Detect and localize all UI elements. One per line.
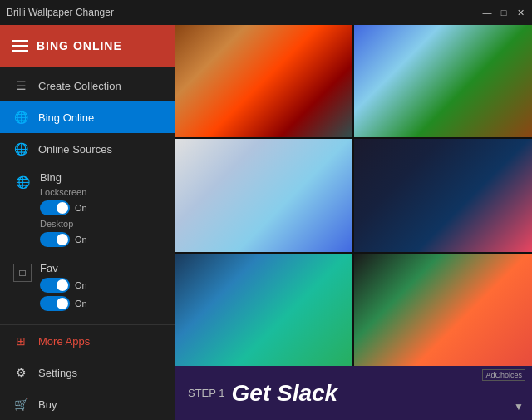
lockscreen-toggle-row: Lockscreen — [40, 187, 161, 197]
image-6 — [354, 254, 532, 366]
sidebar-item-label: Bing Online — [38, 111, 94, 124]
footer-label: More Apps — [38, 335, 90, 348]
fav-toggle-1[interactable] — [40, 278, 70, 293]
chevron-down-icon: ▼ — [512, 400, 525, 413]
globe-icon-online: 🌐 — [13, 141, 28, 156]
ad-step-label: STEP 1 — [188, 387, 225, 399]
footer-item-settings[interactable]: ⚙ Settings — [0, 357, 175, 388]
fav-toggle-knob-2 — [57, 298, 68, 309]
desktop-toggle-control: On — [40, 232, 161, 247]
ad-bar: AdChoices STEP 1 Get Slack ▼ — [175, 366, 532, 420]
ad-choices-label[interactable]: AdChoices — [482, 369, 525, 381]
hamburger-line-2 — [12, 45, 28, 47]
settings-icon: ⚙ — [13, 365, 28, 380]
image-cell-2[interactable] — [354, 25, 532, 137]
image-2 — [354, 25, 532, 137]
sidebar-header-title: BING ONLINE — [37, 39, 122, 52]
sidebar-item-label: Create Collection — [38, 80, 121, 92]
image-cell-3[interactable] — [175, 139, 352, 251]
sidebar-footer: ⊞ More Apps ⚙ Settings 🛒 Buy — [0, 324, 175, 420]
fav-toggle-knob-1 — [57, 279, 68, 291]
close-button[interactable]: ✕ — [515, 7, 525, 17]
image-cell-4[interactable] — [354, 139, 532, 251]
fav-item: □ Fav On On — [7, 257, 168, 319]
hamburger-icon[interactable] — [12, 40, 28, 52]
image-grid — [175, 25, 532, 366]
sidebar-sources: 🌐 Bing Lockscreen On Desktop — [0, 165, 175, 319]
globe-icon-bing: 🌐 — [13, 110, 28, 125]
fav-content: Fav On On — [40, 262, 161, 314]
fav-name: Fav — [40, 262, 161, 274]
image-4 — [354, 139, 532, 251]
lockscreen-label: Lockscreen — [40, 187, 90, 197]
grid-icon: ⊞ — [13, 334, 28, 348]
fav-toggle-2[interactable] — [40, 296, 70, 311]
footer-item-more-apps[interactable]: ⊞ More Apps — [0, 325, 175, 357]
fav-toggle-row-2: On — [40, 296, 161, 311]
desktop-toggle[interactable] — [40, 232, 70, 247]
sidebar-item-online-sources[interactable]: 🌐 Online Sources — [0, 133, 175, 165]
sidebar-header: BING ONLINE — [0, 25, 175, 67]
toggle-knob-2 — [57, 234, 68, 245]
sidebar-nav: ☰ Create Collection 🌐 Bing Online 🌐 Onli… — [0, 67, 175, 165]
desktop-label-row: Desktop — [40, 219, 161, 229]
lockscreen-toggle[interactable] — [40, 200, 70, 215]
footer-label: Settings — [38, 367, 77, 379]
hamburger-line-1 — [12, 40, 28, 42]
image-cell-6[interactable] — [354, 254, 532, 366]
toggle-knob — [57, 202, 68, 214]
sidebar-item-label: Online Sources — [38, 143, 112, 156]
maximize-button[interactable]: □ — [499, 7, 509, 17]
buy-icon: 🛒 — [13, 397, 28, 412]
main-content: AdChoices STEP 1 Get Slack ▼ — [175, 25, 532, 420]
bing-globe-icon: 🌐 — [13, 173, 32, 191]
lockscreen-on-text: On — [75, 203, 87, 213]
fav-icon: □ — [13, 264, 32, 282]
minimize-button[interactable]: — — [482, 7, 492, 17]
fav-toggle-row-1: On — [40, 278, 161, 293]
image-3 — [175, 139, 352, 251]
sidebar-item-bing-online[interactable]: 🌐 Bing Online — [0, 101, 175, 133]
fav-on-text-2: On — [75, 299, 87, 309]
image-cell-1[interactable] — [175, 25, 352, 137]
footer-label: Buy — [38, 398, 57, 411]
window-controls: — □ ✕ — [482, 7, 525, 17]
lockscreen-toggle-control: On — [40, 200, 161, 215]
image-5 — [175, 254, 352, 366]
image-cell-5[interactable] — [175, 254, 352, 366]
fav-on-text-1: On — [75, 280, 87, 290]
app-layout: BING ONLINE ☰ Create Collection 🌐 Bing O… — [0, 25, 532, 420]
hamburger-line-3 — [12, 50, 28, 52]
scroll-indicator: ▼ — [512, 400, 525, 413]
app-title: Brilli Wallpaper Changer — [7, 7, 114, 18]
image-1 — [175, 25, 352, 137]
collection-icon: ☰ — [13, 78, 28, 93]
source-item-bing: 🌐 Bing Lockscreen On Desktop — [7, 165, 168, 257]
sidebar: BING ONLINE ☰ Create Collection 🌐 Bing O… — [0, 25, 175, 420]
source-content: Bing Lockscreen On Desktop — [40, 171, 161, 250]
desktop-on-text: On — [75, 235, 87, 245]
footer-item-buy[interactable]: 🛒 Buy — [0, 388, 175, 420]
source-name: Bing — [40, 171, 161, 184]
desktop-label: Desktop — [40, 219, 90, 229]
titlebar: Brilli Wallpaper Changer — □ ✕ — [0, 0, 532, 25]
sidebar-item-create-collection[interactable]: ☰ Create Collection — [0, 70, 175, 101]
ad-title: Get Slack — [232, 380, 338, 407]
